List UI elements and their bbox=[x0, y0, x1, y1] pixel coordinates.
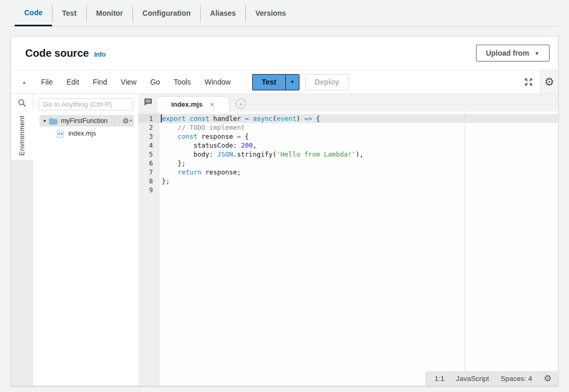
editor-settings-button[interactable]: ⚙ bbox=[540, 70, 558, 94]
console-tab-configuration[interactable]: Configuration bbox=[133, 0, 200, 26]
statusbar-settings-icon[interactable]: ⚙ bbox=[544, 374, 552, 383]
console-tab-monitor[interactable]: Monitor bbox=[87, 0, 132, 26]
code-line-text: // TODO implement bbox=[160, 123, 245, 132]
code-line[interactable]: 4 statusCode: 200, bbox=[138, 141, 558, 150]
line-number[interactable]: 9 bbox=[138, 185, 160, 194]
text-cursor bbox=[161, 115, 162, 122]
code-line-text: body: JSON.stringify('Hello from Lambda!… bbox=[160, 150, 364, 159]
code-line[interactable]: 9 bbox=[138, 185, 558, 194]
console-tab-versions[interactable]: Versions bbox=[246, 0, 295, 26]
code-line-text: statusCode: 200, bbox=[160, 141, 257, 150]
menu-view[interactable]: View bbox=[114, 78, 143, 86]
folder-name: myFirstFunction bbox=[61, 117, 108, 125]
folder-settings-button[interactable]: ⚙ ▾ bbox=[122, 117, 132, 125]
new-tab-button[interactable]: + bbox=[236, 99, 246, 109]
code-line-text bbox=[160, 185, 162, 194]
fullscreen-icon[interactable] bbox=[517, 77, 540, 87]
code-line[interactable]: 2 // TODO implement bbox=[138, 123, 558, 132]
environment-tab-label: Environment bbox=[18, 116, 26, 156]
line-number[interactable]: 8 bbox=[138, 177, 160, 185]
code-file-icon bbox=[57, 130, 64, 138]
editor-tab-label: index.mjs bbox=[171, 100, 203, 108]
upload-from-label: Upload from bbox=[486, 49, 529, 57]
code-line-text: const response = { bbox=[160, 132, 249, 141]
console-tab-code[interactable]: Code bbox=[15, 0, 52, 26]
test-dropdown-button[interactable]: ▼ bbox=[285, 74, 299, 90]
folder-suffix: - / bbox=[110, 118, 116, 124]
code-line[interactable]: 6 }; bbox=[138, 159, 558, 168]
console-tab-bar: CodeTestMonitorConfigurationAliasesVersi… bbox=[15, 0, 295, 27]
close-tab-icon[interactable]: × bbox=[210, 100, 215, 108]
line-number[interactable]: 3 bbox=[138, 132, 160, 141]
test-button[interactable]: Test bbox=[252, 74, 285, 90]
page-title: Code source bbox=[25, 47, 89, 59]
file-name: index.mjs bbox=[68, 130, 96, 137]
code-line-text: }; bbox=[160, 177, 170, 185]
editor-status-bar: 1:1 JavaScript Spaces: 4 ⚙ bbox=[425, 371, 558, 386]
menu-tools[interactable]: Tools bbox=[167, 78, 198, 86]
code-line[interactable]: 1export const handler = async(event) => … bbox=[138, 114, 558, 123]
console-tab-test[interactable]: Test bbox=[53, 0, 86, 26]
editor-tab-index-mjs[interactable]: index.mjs × bbox=[156, 96, 230, 111]
folder-icon bbox=[49, 118, 58, 125]
collapse-editor-icon[interactable]: ▲ bbox=[11, 79, 34, 85]
line-number[interactable]: 6 bbox=[138, 159, 160, 168]
menu-window[interactable]: Window bbox=[198, 78, 237, 86]
editor-column: index.mjs × + 1export const handler = as… bbox=[138, 94, 558, 386]
info-link[interactable]: Info bbox=[94, 51, 106, 58]
code-editor[interactable]: 1export const handler = async(event) => … bbox=[138, 111, 558, 386]
cursor-position[interactable]: 1:1 bbox=[434, 375, 444, 383]
deploy-button[interactable]: Deploy bbox=[305, 74, 349, 90]
left-icon-strip: Environment bbox=[11, 94, 33, 386]
code-line-text: }; bbox=[160, 159, 185, 168]
code-line-text: export const handler = async(event) => { bbox=[160, 114, 320, 123]
editor-menubar: ▲ FileEditFindViewGoToolsWindow Test ▼ D… bbox=[11, 70, 558, 94]
plus-icon: + bbox=[239, 100, 243, 108]
goto-anything-input[interactable] bbox=[38, 98, 133, 110]
test-split-button: Test ▼ bbox=[252, 74, 299, 90]
language-mode[interactable]: JavaScript bbox=[456, 375, 489, 383]
line-number[interactable]: 7 bbox=[138, 168, 160, 177]
menu-file[interactable]: File bbox=[34, 78, 60, 86]
line-number[interactable]: 1 bbox=[138, 114, 160, 123]
search-button[interactable] bbox=[11, 94, 33, 111]
tab-bar-divider bbox=[11, 26, 558, 27]
gear-icon: ⚙ bbox=[122, 117, 129, 125]
menubar-right-controls: ⚙ bbox=[517, 70, 558, 94]
caret-down-icon: ▼ bbox=[534, 50, 540, 56]
code-line[interactable]: 8}; bbox=[138, 177, 558, 185]
console-tab-aliases[interactable]: Aliases bbox=[201, 0, 245, 26]
search-icon bbox=[17, 98, 27, 108]
editor-tab-bar: index.mjs × + bbox=[138, 94, 558, 111]
file-tree-panel: ▼ myFirstFunction - / ⚙ ▾ index.mjs bbox=[33, 94, 138, 386]
menu-go[interactable]: Go bbox=[143, 78, 167, 86]
code-line[interactable]: 3 const response = { bbox=[138, 132, 558, 141]
panel-header: Code source Info Upload from ▼ bbox=[11, 36, 558, 70]
gear-icon: ⚙ bbox=[544, 77, 554, 88]
menu-find[interactable]: Find bbox=[86, 78, 114, 86]
code-line-text: return response; bbox=[160, 168, 241, 177]
code-line[interactable]: 7 return response; bbox=[138, 168, 558, 177]
caret-down-icon: ▾ bbox=[130, 119, 132, 123]
indentation-setting[interactable]: Spaces: 4 bbox=[501, 375, 532, 383]
line-number[interactable]: 2 bbox=[138, 123, 160, 132]
editor-menus: FileEditFindViewGoToolsWindow bbox=[34, 78, 237, 86]
line-number[interactable]: 4 bbox=[138, 141, 160, 150]
tree-folder-myfirstfunction[interactable]: ▼ myFirstFunction - / ⚙ ▾ bbox=[39, 115, 134, 127]
code-source-panel: Code source Info Upload from ▼ ▲ FileEdi… bbox=[11, 36, 558, 386]
upload-from-button[interactable]: Upload from ▼ bbox=[476, 45, 550, 61]
chevron-down-icon[interactable]: ▼ bbox=[43, 119, 47, 123]
editor-workspace: Environment ▼ myFirstFunction - / ⚙ ▾ bbox=[11, 94, 558, 386]
environment-tab[interactable]: Environment bbox=[11, 111, 33, 160]
menu-edit[interactable]: Edit bbox=[59, 78, 86, 86]
print-margin-line bbox=[464, 111, 465, 386]
tab-list-icon[interactable] bbox=[143, 98, 152, 106]
tree-file-index-mjs[interactable]: index.mjs bbox=[33, 128, 138, 139]
code-line[interactable]: 5 body: JSON.stringify('Hello from Lambd… bbox=[138, 150, 558, 159]
line-number[interactable]: 5 bbox=[138, 150, 160, 159]
